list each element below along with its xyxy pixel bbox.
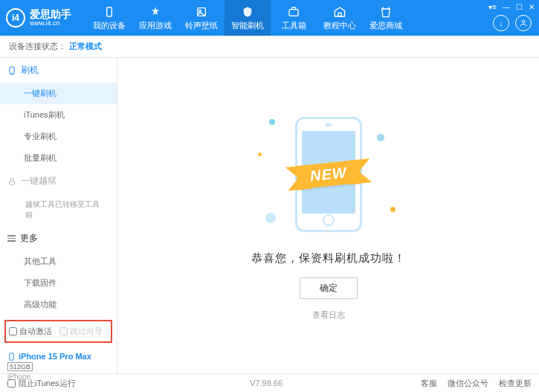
sidebar-section-jailbreak: 一键越狱 <box>0 169 117 193</box>
logo-area: i4 爱思助手 www.i4.cn <box>6 8 71 28</box>
svg-point-2 <box>199 10 201 12</box>
sidebar-item-flash-1[interactable]: iTunes刷机 <box>0 104 117 126</box>
device-name[interactable]: iPhone 15 Pro Max <box>7 352 109 361</box>
sidebar-item-more-0[interactable]: 其他工具 <box>0 251 117 272</box>
view-log-link[interactable]: 查看日志 <box>312 309 345 321</box>
window-controls: ▾≡ — ☐ ✕ <box>488 3 535 11</box>
svg-point-5 <box>522 20 525 23</box>
minimize-icon[interactable]: — <box>503 3 510 11</box>
auto-activate-checkbox[interactable]: 自动激活 <box>9 326 52 337</box>
logo-icon: i4 <box>6 8 25 28</box>
storage-badge: 512GB <box>7 362 33 371</box>
status-value: 正常模式 <box>69 41 102 52</box>
status-label: 设备连接状态： <box>9 41 66 52</box>
menu-icon[interactable]: ▾≡ <box>488 3 497 11</box>
nav-item-4[interactable]: 工具箱 <box>271 0 317 36</box>
nav-icon <box>241 5 254 19</box>
lock-icon <box>7 177 16 186</box>
sidebar-item-flash-0[interactable]: 一键刷机 <box>0 83 117 104</box>
sidebar-item-more-1[interactable]: 下载固件 <box>0 272 117 294</box>
status-bar: 设备连接状态： 正常模式 <box>0 36 539 58</box>
version-label: V7.98.66 <box>250 379 283 388</box>
nav-icon <box>379 5 393 19</box>
close-icon[interactable]: ✕ <box>529 3 535 11</box>
success-illustration: NEW <box>254 112 403 238</box>
svg-rect-3 <box>289 9 298 16</box>
nav-icon <box>287 5 300 19</box>
svg-rect-4 <box>338 13 341 16</box>
svg-rect-0 <box>107 7 112 16</box>
nav-item-5[interactable]: 教程中心 <box>317 0 363 36</box>
main-content: NEW 恭喜您，保资料刷机成功啦！ 确定 查看日志 <box>117 58 539 373</box>
nav-icon <box>103 5 116 19</box>
device-icon <box>7 353 16 361</box>
footer-link-1[interactable]: 微信公众号 <box>448 378 488 389</box>
sidebar: 刷机 一键刷机iTunes刷机专业刷机批量刷机 一键越狱 越狱工具已转移至工具箱… <box>0 58 117 373</box>
checkbox-highlight-box: 自动激活 跳过向导 <box>4 320 112 343</box>
sidebar-section-more[interactable]: 更多 <box>0 226 117 251</box>
svg-rect-8 <box>10 181 15 184</box>
phone-icon <box>7 66 16 75</box>
jailbreak-note: 越狱工具已转移至工具箱 <box>21 195 109 225</box>
nav-icon <box>333 5 346 19</box>
main-nav: 我的设备应用游戏铃声壁纸智能刷机工具箱教程中心爱思商城 <box>86 0 409 36</box>
hamburger-icon <box>7 234 16 243</box>
user-icon[interactable] <box>515 15 532 31</box>
sidebar-item-more-2[interactable]: 高级功能 <box>0 294 117 315</box>
sidebar-item-flash-3[interactable]: 批量刷机 <box>0 147 117 169</box>
nav-item-6[interactable]: 爱思商城 <box>363 0 409 36</box>
nav-item-1[interactable]: 应用游戏 <box>132 0 178 36</box>
skip-setup-checkbox[interactable]: 跳过向导 <box>59 326 103 337</box>
nav-icon <box>149 5 162 19</box>
app-title: 爱思助手 <box>30 9 71 19</box>
sidebar-item-flash-2[interactable]: 专业刷机 <box>0 126 117 147</box>
sidebar-section-flash[interactable]: 刷机 <box>0 58 117 83</box>
nav-item-3[interactable]: 智能刷机 <box>225 0 271 36</box>
block-itunes-checkbox[interactable]: 阻止iTunes运行 <box>7 378 76 389</box>
ok-button[interactable]: 确定 <box>300 277 358 299</box>
nav-item-0[interactable]: 我的设备 <box>86 0 132 36</box>
svg-rect-9 <box>10 353 14 359</box>
app-header: i4 爱思助手 www.i4.cn 我的设备应用游戏铃声壁纸智能刷机工具箱教程中… <box>0 0 539 36</box>
footer-link-2[interactable]: 检查更新 <box>499 378 532 389</box>
footer-link-0[interactable]: 客服 <box>421 378 437 389</box>
maximize-icon[interactable]: ☐ <box>516 3 523 11</box>
download-icon[interactable]: ↓ <box>493 15 509 31</box>
nav-icon <box>195 5 208 19</box>
nav-item-2[interactable]: 铃声壁纸 <box>178 0 225 36</box>
app-url: www.i4.cn <box>30 19 71 28</box>
success-message: 恭喜您，保资料刷机成功啦！ <box>251 251 406 266</box>
